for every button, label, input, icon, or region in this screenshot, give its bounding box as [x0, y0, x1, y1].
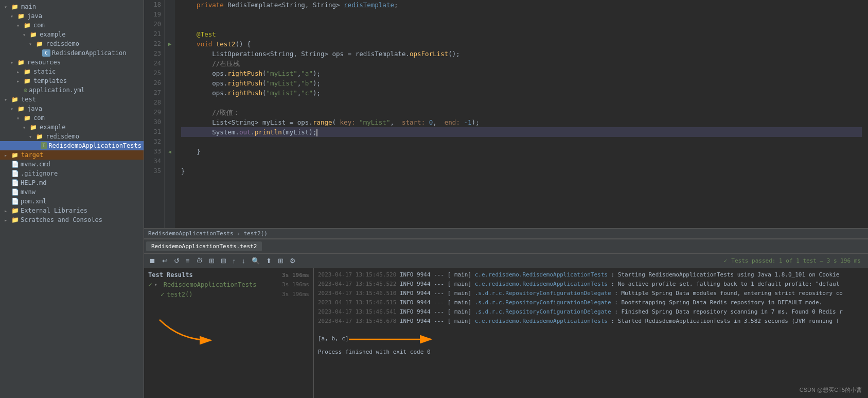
file-tree[interactable]: 📁 main 📁 java 📁 com 📁 example 📁 redisdem… [0, 0, 144, 398]
pass-icon: ✓ [161, 290, 165, 298]
status-text: Tests passed: 1 of 1 test – 3 s 196 ms [731, 257, 861, 264]
line-numbers: 18 19 20 21 22 23 24 25 26 27 28 29 30 3… [144, 0, 165, 228]
sidebar-item-label: test [21, 96, 36, 103]
sidebar-item-static[interactable]: 📁 static [0, 67, 144, 76]
code-editor[interactable]: private RedisTemplate<String, String> re… [175, 0, 868, 228]
result-text: [a, b, c] [318, 335, 349, 342]
sidebar-item-java-test[interactable]: 📁 java [0, 104, 144, 113]
sidebar-item-com[interactable]: 📁 com [0, 21, 144, 30]
code-line-28 [181, 98, 862, 108]
folder-icon: 📁 [36, 41, 44, 47]
sidebar-item-com-test[interactable]: 📁 com [0, 113, 144, 123]
sidebar-item-application-yml[interactable]: ⚙ application.yml [0, 85, 144, 95]
sidebar-item-label: resources [27, 59, 61, 66]
sidebar-item-resources[interactable]: 📁 resources [0, 58, 144, 67]
sidebar-item-label: com [33, 114, 45, 122]
diff-button[interactable]: ⊞ [276, 256, 286, 266]
sidebar-item-label: HELP.md [21, 179, 47, 186]
folder-icon: 📁 [11, 4, 20, 10]
sidebar-item-label: static [33, 68, 56, 75]
sidebar-item-example[interactable]: 📁 example [0, 30, 144, 39]
expand-button[interactable]: ⊞ [207, 256, 217, 266]
sidebar-item-example-test[interactable]: 📁 example [0, 123, 144, 132]
sidebar-item-pom-xml[interactable]: 📄 pom.xml [0, 197, 144, 206]
down-button[interactable]: ↓ [240, 256, 247, 266]
sidebar-item-label: .gitignore [21, 170, 58, 177]
test-method-time: 3s 196ms [282, 291, 309, 298]
arrow-icon [29, 134, 36, 140]
arrow-icon [16, 78, 24, 84]
fold-icon[interactable]: ◀ [168, 149, 171, 154]
log-line-2: 2023-04-17 13:15:45.522 INFO 9944 --- [ … [318, 280, 864, 289]
arrow-icon [4, 208, 11, 214]
sidebar-item-label: templates [33, 77, 67, 84]
find-button[interactable]: 🔍 [250, 256, 262, 266]
folder-icon: 📁 [24, 22, 32, 29]
sidebar-item-gitignore[interactable]: 📄 .gitignore [0, 169, 144, 178]
sort-alpha-button[interactable]: ≡ [184, 256, 192, 266]
test-item-test2[interactable]: ✓ test2() 3s 196ms [144, 289, 313, 299]
rerun-failed-button[interactable]: ↩ [160, 256, 170, 266]
file-icon: 📄 [11, 188, 19, 196]
code-line-20 [181, 20, 862, 29]
code-line-31: System.out.println(myList); [181, 127, 862, 137]
sidebar-item-help-md[interactable]: 📄 HELP.md [0, 178, 144, 187]
test-class-label: RedisdemoApplicationTests [164, 281, 257, 288]
rerun-all-button[interactable]: ↺ [172, 256, 182, 266]
sidebar-item-mvnw[interactable]: 📄 mvnw [0, 187, 144, 197]
arrow-icon [4, 217, 11, 223]
sidebar-item-RedisdemoApplication[interactable]: C RedisdemoApplication [0, 48, 144, 58]
code-line-26: ops.rightPush("myList","b"); [181, 78, 862, 88]
code-line-32 [181, 137, 862, 147]
sidebar-item-label: example [40, 124, 66, 131]
test-class-icon: T [41, 142, 47, 149]
sidebar-item-label: java [27, 12, 42, 20]
sort-dur-button[interactable]: ⏱ [194, 256, 205, 266]
folder-icon: 📁 [17, 13, 26, 20]
folder-icon: 📁 [11, 207, 19, 214]
sidebar-item-templates[interactable]: 📁 templates [0, 76, 144, 85]
arrow-icon [154, 282, 162, 287]
arrow-icon [10, 106, 17, 112]
sidebar-item-test[interactable]: 📁 test [0, 95, 144, 104]
sidebar-item-label: RedisdemoApplicationTests [48, 142, 141, 149]
folder-icon: 📁 [30, 31, 38, 38]
settings-button[interactable]: ⚙ [288, 256, 298, 266]
up-button[interactable]: ↑ [231, 256, 238, 266]
gutter: ▶ ◀ [165, 0, 175, 228]
file-icon: 📄 [11, 179, 19, 186]
sidebar-item-label: External Libraries [21, 207, 87, 214]
folder-icon: 📁 [17, 106, 26, 112]
watermark: CSDN @想买CT5的小曹 [800, 386, 862, 394]
arrow-icon [10, 13, 17, 19]
folder-icon: 📁 [11, 216, 19, 223]
sidebar-item-label: java [27, 105, 42, 112]
annotation-arrow [149, 309, 232, 351]
code-line-35: } [181, 166, 862, 176]
sidebar-item-label: mvnw.cmd [21, 161, 50, 168]
arrow-icon [16, 115, 24, 121]
bottom-tab-test[interactable]: RedisdemoApplicationTests.test2 [146, 241, 262, 251]
export-button[interactable]: ⬆ [264, 256, 274, 266]
sidebar-item-target[interactable]: 📁 target [0, 150, 144, 160]
code-line-23: ListOperations<String, String> ops = red… [181, 49, 862, 59]
collapse-button[interactable]: ⊟ [219, 256, 228, 266]
stop-button[interactable]: ⏹ [147, 256, 158, 266]
sidebar-item-scratches[interactable]: 📁 Scratches and Consoles [0, 215, 144, 224]
sidebar-item-redisdemo[interactable]: 📁 redisdemo [0, 39, 144, 48]
sidebar-item-label: RedisdemoApplication [52, 49, 127, 57]
test-item-class[interactable]: ✓ RedisdemoApplicationTests 3s 196ms [144, 280, 313, 289]
sidebar-item-java[interactable]: 📁 java [0, 11, 144, 21]
sidebar-item-redisdemo-test[interactable]: 📁 redisdemo [0, 132, 144, 141]
folder-icon: 📁 [11, 96, 20, 103]
sidebar-item-mvnw-cmd[interactable]: 📄 mvnw.cmd [0, 160, 144, 169]
sidebar-item-main[interactable]: 📁 main [0, 2, 144, 11]
sidebar-item-RedisdemoApplicationTests[interactable]: T RedisdemoApplicationTests [0, 141, 144, 150]
code-line-19 [181, 10, 862, 20]
log-panel: 2023-04-17 13:15:45.520 INFO 9944 --- [ … [314, 268, 868, 398]
sidebar-item-external-libraries[interactable]: 📁 External Libraries [0, 206, 144, 215]
sidebar-item-label: target [21, 151, 43, 159]
run-gutter-icon[interactable]: ▶ [168, 41, 172, 47]
log-line-3: 2023-04-17 13:15:46.510 INFO 9944 --- [ … [318, 289, 864, 298]
sidebar-item-label: example [40, 31, 66, 38]
